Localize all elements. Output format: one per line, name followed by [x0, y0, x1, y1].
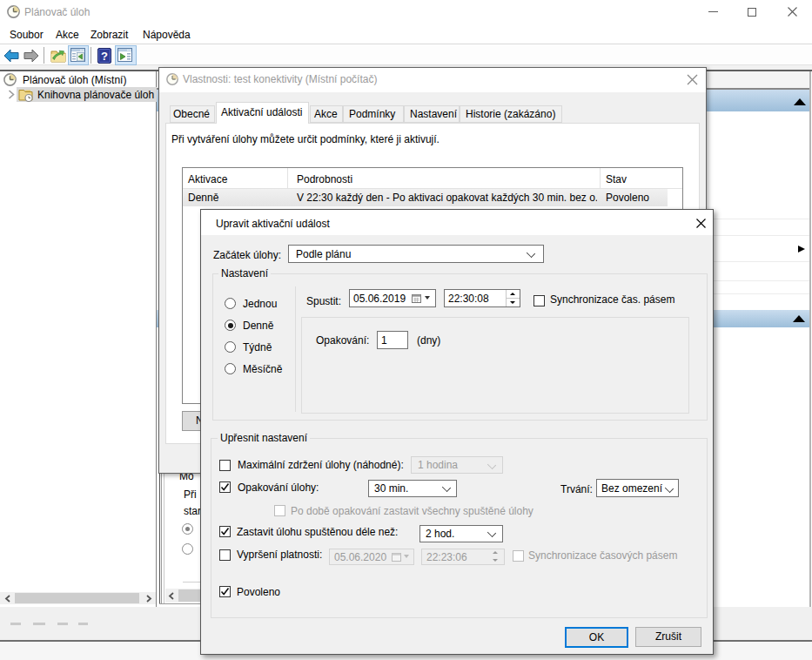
svg-text:?: ? — [101, 50, 108, 63]
